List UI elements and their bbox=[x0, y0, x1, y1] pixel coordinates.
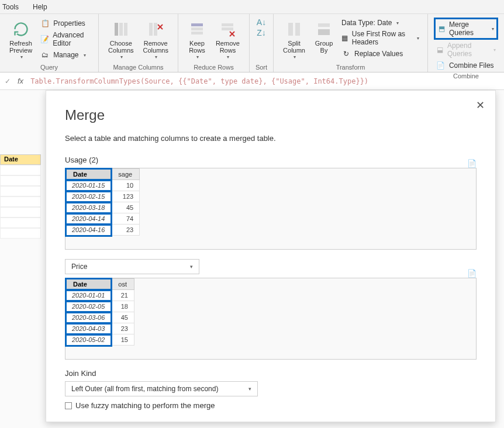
content-area: Date ✕ Merge Select a table and matching… bbox=[0, 90, 504, 428]
manage-icon: 🗂 bbox=[40, 50, 50, 60]
replace-icon: ↻ bbox=[341, 49, 351, 58]
svg-rect-17 bbox=[318, 29, 330, 35]
append-queries-button[interactable]: ⬓ Append Queries bbox=[434, 40, 498, 59]
remove-rows-button[interactable]: Remove Rows bbox=[212, 18, 243, 63]
table-row: 2020-01-0121 bbox=[66, 290, 134, 301]
svg-rect-14 bbox=[288, 23, 293, 36]
group-icon bbox=[315, 20, 333, 39]
ribbon-group-transform: Split Column Group By Data Type: Date ▦ … bbox=[274, 14, 428, 72]
dialog-description: Select a table and matching columns to c… bbox=[65, 134, 477, 143]
table2-col-cost[interactable]: ost bbox=[111, 279, 134, 290]
fx-icon[interactable]: fx bbox=[18, 77, 23, 85]
table-row: 2020-02-15123 bbox=[66, 191, 140, 202]
table1-label: Usage (2) bbox=[65, 156, 98, 164]
svg-rect-15 bbox=[295, 23, 300, 36]
table-row: 2020-03-0645 bbox=[66, 312, 134, 323]
sort-desc-icon[interactable]: Z↓ bbox=[257, 28, 266, 37]
table1: Date sage 2020-01-1510 2020-02-15123 202… bbox=[65, 168, 140, 236]
table2-col-date[interactable]: Date bbox=[66, 279, 111, 290]
advanced-editor-button[interactable]: 📝 Advanced Editor bbox=[38, 30, 92, 49]
keep-rows-button[interactable]: Keep Rows bbox=[184, 18, 210, 63]
headers-icon: ▦ bbox=[341, 33, 348, 43]
formula-bar: ✓ fx Table.TransformColumnTypes(Source, … bbox=[0, 73, 504, 90]
refresh-preview-button[interactable]: Refresh Preview bbox=[6, 18, 36, 63]
table2: Date ost 2020-01-0121 2020-02-0518 2020-… bbox=[65, 278, 134, 346]
formula-check-icon[interactable]: ✓ bbox=[5, 77, 11, 85]
properties-button[interactable]: 📋 Properties bbox=[38, 18, 92, 29]
group-label-sort: Sort bbox=[256, 64, 267, 71]
table1-col-date[interactable]: Date bbox=[66, 169, 111, 180]
append-icon: ⬓ bbox=[436, 45, 444, 54]
table-row: 2020-03-1845 bbox=[66, 202, 140, 213]
group-label-reduce-rows: Reduce Rows bbox=[184, 64, 243, 71]
data-sidebar: Date bbox=[0, 90, 41, 239]
grid-row[interactable] bbox=[0, 207, 41, 218]
sort-asc-icon[interactable]: A↓ bbox=[257, 18, 266, 27]
merge-queries-button[interactable]: ⬒ Merge Queries bbox=[434, 18, 498, 40]
table1-col-usage[interactable]: sage bbox=[111, 169, 140, 180]
group-label-query: Query bbox=[6, 64, 92, 71]
split-column-button[interactable]: Split Column bbox=[279, 18, 309, 63]
grid-row[interactable] bbox=[0, 165, 41, 175]
merge-icon: ⬒ bbox=[438, 24, 446, 33]
grid-row[interactable] bbox=[0, 228, 41, 239]
grid-row[interactable] bbox=[0, 175, 41, 186]
remove-columns-button[interactable]: Remove Columns bbox=[140, 18, 172, 63]
refresh-icon bbox=[12, 20, 30, 39]
svg-rect-4 bbox=[154, 23, 157, 36]
choose-columns-button[interactable]: Choose Columns bbox=[105, 18, 137, 63]
svg-rect-2 bbox=[124, 23, 127, 36]
svg-rect-9 bbox=[191, 32, 203, 34]
menu-help[interactable]: Help bbox=[33, 3, 47, 11]
table-row: 2020-05-0215 bbox=[66, 334, 134, 346]
data-type-button[interactable]: Data Type: Date bbox=[339, 18, 422, 28]
svg-rect-1 bbox=[119, 23, 123, 36]
ribbon-group-query: Refresh Preview 📋 Properties 📝 Advanced … bbox=[0, 14, 99, 72]
keep-rows-icon bbox=[188, 20, 206, 39]
grid-col-date-header[interactable]: Date bbox=[0, 154, 41, 165]
svg-rect-11 bbox=[222, 27, 233, 30]
svg-rect-16 bbox=[318, 23, 330, 27]
replace-values-button[interactable]: ↻ Replace Values bbox=[339, 48, 422, 60]
formula-text: Table.TransformColumnTypes(Source, {{"Da… bbox=[30, 77, 368, 85]
group-by-button[interactable]: Group By bbox=[311, 18, 337, 56]
table-row: 2020-02-0518 bbox=[66, 301, 134, 312]
first-row-headers-button[interactable]: ▦ Use First Row as Headers bbox=[339, 29, 422, 47]
combine-files-icon: 📄 bbox=[436, 61, 446, 70]
join-kind-label: Join Kind bbox=[65, 369, 477, 378]
menu-tools[interactable]: Tools bbox=[2, 3, 19, 11]
close-icon[interactable]: ✕ bbox=[476, 99, 485, 112]
menubar: Tools Help bbox=[0, 0, 504, 14]
table2-select[interactable]: Price bbox=[65, 259, 199, 274]
editor-icon: 📝 bbox=[40, 34, 49, 44]
ribbon-group-sort: A↓ Z↓ Sort bbox=[250, 14, 274, 72]
manage-button[interactable]: 🗂 Manage bbox=[38, 49, 92, 61]
table-icon[interactable]: 📄 bbox=[467, 159, 477, 168]
remove-columns-icon bbox=[146, 20, 165, 39]
ribbon-group-combine: ⬒ Merge Queries ⬓ Append Queries 📄 Combi… bbox=[428, 14, 504, 72]
table-row: 2020-04-1474 bbox=[66, 213, 140, 225]
choose-columns-icon bbox=[112, 20, 130, 39]
properties-icon: 📋 bbox=[40, 19, 50, 28]
table-row: 2020-04-0323 bbox=[66, 323, 134, 334]
join-kind-select[interactable]: Left Outer (all from first, matching fro… bbox=[65, 381, 258, 396]
dialog-title: Merge bbox=[65, 107, 477, 123]
svg-rect-7 bbox=[191, 23, 203, 26]
ribbon-group-manage-columns: Choose Columns Remove Columns Manage Col… bbox=[99, 14, 178, 72]
svg-rect-0 bbox=[115, 23, 118, 36]
fuzzy-match-checkbox[interactable]: Use fuzzy matching to perform the merge bbox=[65, 401, 477, 410]
ribbon: Refresh Preview 📋 Properties 📝 Advanced … bbox=[0, 14, 504, 73]
table1-preview[interactable]: Date sage 2020-01-1510 2020-02-15123 202… bbox=[65, 168, 477, 250]
table-icon[interactable]: 📄 bbox=[467, 269, 477, 278]
grid-row[interactable] bbox=[0, 196, 41, 207]
svg-rect-3 bbox=[149, 23, 153, 36]
svg-rect-8 bbox=[191, 27, 203, 30]
grid-row[interactable] bbox=[0, 186, 41, 196]
grid-row[interactable] bbox=[0, 218, 41, 228]
table2-preview[interactable]: Date ost 2020-01-0121 2020-02-0518 2020-… bbox=[65, 278, 477, 360]
group-label-combine: Combine bbox=[434, 73, 498, 80]
checkbox-icon bbox=[65, 402, 72, 409]
table-row: 2020-01-1510 bbox=[66, 180, 140, 191]
split-icon bbox=[285, 20, 303, 39]
combine-files-button[interactable]: 📄 Combine Files bbox=[434, 60, 498, 71]
